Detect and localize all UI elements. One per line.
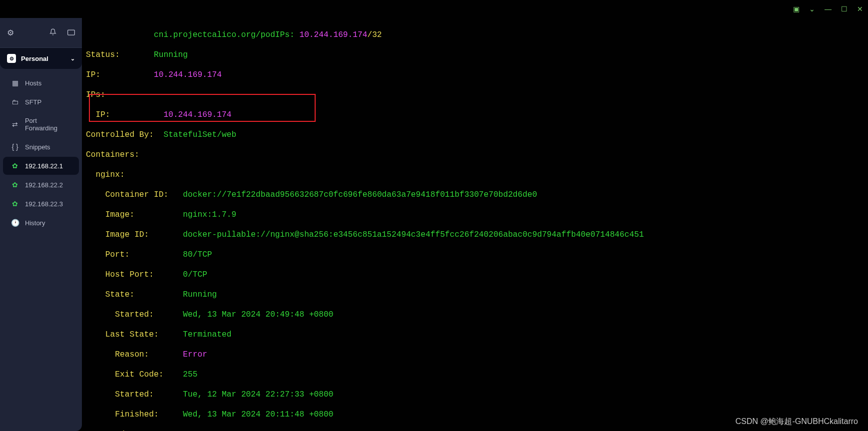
braces-icon: { } bbox=[11, 143, 19, 151]
sidebar-item-label: 192.168.22.2 bbox=[25, 181, 63, 189]
clock-icon: 🕐 bbox=[11, 219, 19, 227]
sidebar-item-sftp[interactable]: 🗀 SFTP bbox=[3, 93, 79, 111]
sidebar-top: ⚙ bbox=[0, 18, 82, 48]
sidebar-item-server-1[interactable]: ✿ 192.168.22.1 bbox=[3, 157, 79, 175]
workspace-badge-icon: ⚙ bbox=[7, 54, 16, 63]
chevron-icon[interactable]: ⌄ bbox=[808, 5, 816, 13]
term-line: Image ID: docker-pullable://nginx@sha256… bbox=[86, 230, 862, 240]
sidebar-item-label: 192.168.22.1 bbox=[25, 162, 63, 170]
server-icon: ✿ bbox=[11, 162, 19, 170]
term-line: Image: nginx:1.7.9 bbox=[86, 210, 862, 220]
term-line: Last State: Terminated bbox=[86, 330, 862, 340]
term-line: cni.projectcalico.org/podIPs: 10.244.169… bbox=[86, 30, 862, 40]
watermark: CSDN @鲍海超-GNUBHCkalitarro bbox=[735, 417, 858, 427]
bell-icon[interactable] bbox=[49, 28, 56, 37]
sidebar-item-label: 192.168.22.3 bbox=[25, 200, 63, 208]
sidebar-item-snippets[interactable]: { } Snippets bbox=[3, 138, 79, 156]
workspace-label: Personal bbox=[21, 55, 48, 62]
sidebar-item-hosts[interactable]: ▦ Hosts bbox=[3, 74, 79, 92]
close-icon[interactable]: ✕ bbox=[856, 5, 864, 13]
chevron-down-icon: ⌄ bbox=[70, 55, 75, 62]
settings-icon[interactable]: ⚙ bbox=[7, 28, 14, 37]
main-layout: ⚙ ⚙ Personal ⌄ ▦ Hosts 🗀 SFTP ⇄ bbox=[0, 18, 868, 431]
workspace-selector[interactable]: ⚙ Personal ⌄ bbox=[0, 48, 82, 69]
term-line: Port: 80/TCP bbox=[86, 250, 862, 260]
term-line: IP: 10.244.169.174 bbox=[86, 110, 862, 120]
sidebar-item-server-3[interactable]: ✿ 192.168.22.3 bbox=[3, 195, 79, 213]
sidebar: ⚙ ⚙ Personal ⌄ ▦ Hosts 🗀 SFTP ⇄ bbox=[0, 18, 82, 431]
sidebar-item-server-2[interactable]: ✿ 192.168.22.2 bbox=[3, 176, 79, 194]
server-icon: ✿ bbox=[11, 181, 19, 189]
sidebar-item-history[interactable]: 🕐 History bbox=[3, 214, 79, 232]
sidebar-item-label: Snippets bbox=[25, 143, 50, 151]
terminal-icon[interactable] bbox=[67, 28, 75, 37]
forward-icon: ⇄ bbox=[11, 120, 19, 128]
term-line: State: Running bbox=[86, 290, 862, 300]
term-line: IPs: bbox=[86, 90, 862, 100]
term-line: Exit Code: 255 bbox=[86, 370, 862, 380]
minimize-icon[interactable]: — bbox=[824, 5, 832, 13]
term-line: nginx: bbox=[86, 170, 862, 180]
term-line: Started: Tue, 12 Mar 2024 22:27:33 +0800 bbox=[86, 390, 862, 400]
maximize-icon[interactable]: ☐ bbox=[840, 5, 848, 13]
titlebar: ▣ ⌄ — ☐ ✕ bbox=[0, 0, 868, 18]
server-icon: ✿ bbox=[11, 200, 19, 208]
term-line: Container ID: docker://7e1f22dbaad956632… bbox=[86, 190, 862, 200]
term-line: Started: Wed, 13 Mar 2024 20:49:48 +0800 bbox=[86, 310, 862, 320]
svg-rect-0 bbox=[68, 30, 75, 35]
sidebar-nav: ▦ Hosts 🗀 SFTP ⇄ Port Forwarding { } Sni… bbox=[0, 69, 82, 237]
term-line: Status: Running bbox=[86, 50, 862, 60]
term-line: Reason: Error bbox=[86, 350, 862, 360]
terminal[interactable]: cni.projectcalico.org/podIPs: 10.244.169… bbox=[82, 18, 868, 431]
hosts-icon: ▦ bbox=[11, 79, 19, 87]
term-line: Containers: bbox=[86, 150, 862, 160]
sidebar-item-port-forwarding[interactable]: ⇄ Port Forwarding bbox=[3, 112, 79, 137]
sidebar-item-label: Hosts bbox=[25, 79, 41, 87]
sidebar-item-label: History bbox=[25, 219, 45, 227]
term-line: Host Port: 0/TCP bbox=[86, 270, 862, 280]
sidebar-item-label: SFTP bbox=[25, 98, 41, 106]
sidebar-item-label: Port Forwarding bbox=[25, 117, 71, 132]
folder-icon: 🗀 bbox=[11, 98, 19, 106]
term-line: Controlled By: StatefulSet/web bbox=[86, 130, 862, 140]
panel-icon[interactable]: ▣ bbox=[792, 5, 800, 13]
term-line: IP: 10.244.169.174 bbox=[86, 70, 862, 80]
